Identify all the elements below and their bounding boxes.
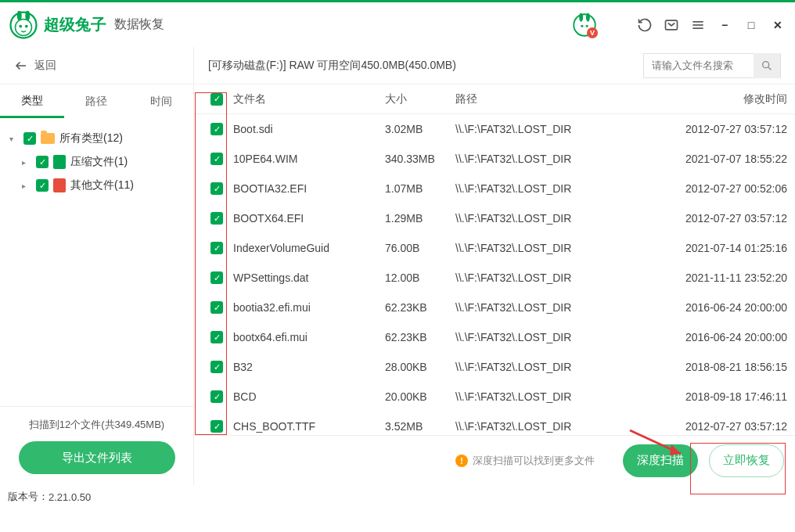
table-row[interactable]: ✓10PE64.WIM340.33MB\\.\F:\FAT32\.LOST_DI… (194, 144, 795, 174)
cell-size: 3.52MB (385, 420, 455, 433)
cell-size: 340.33MB (385, 153, 455, 165)
cell-path: \\.\F:\FAT32\.LOST_DIR (455, 361, 662, 373)
deep-scan-button[interactable]: 深度扫描 (623, 444, 698, 477)
minimize-button[interactable]: − (717, 17, 732, 33)
svg-point-9 (581, 24, 583, 27)
table-row[interactable]: ✓bootia32.efi.mui62.23KB\\.\F:\FAT32\.LO… (194, 293, 795, 322)
cell-path: \\.\F:\FAT32\.LOST_DIR (455, 123, 662, 135)
table-row[interactable]: ✓IndexerVolumeGuid76.00B\\.\F:\FAT32\.LO… (194, 233, 795, 263)
row-checkbox[interactable]: ✓ (210, 153, 223, 165)
table-header: ✓ 文件名 大小 路径 修改时间 (194, 84, 795, 114)
title-bar: 超级兔子 数据恢复 V − □ ✕ (0, 0, 795, 47)
tree-child-other[interactable]: ▸ ✓ 其他文件(11) (6, 174, 187, 197)
arrow-left-icon (14, 59, 28, 73)
sidebar-footer: 扫描到12个文件(共349.45MB) 导出文件列表 (0, 406, 193, 485)
main-area: 返回 类型 路径 时间 ▾ ✓ 所有类型(12) ▸ ✓ 压缩文件(1) ▸ ✓ (0, 47, 795, 485)
app-logo-icon (9, 11, 38, 39)
cell-time: 2021-11-11 23:52:20 (662, 271, 787, 284)
cell-path: \\.\F:\FAT32\.LOST_DIR (455, 301, 662, 314)
row-checkbox[interactable]: ✓ (210, 271, 223, 284)
brand: 超级兔子 数据恢复 (9, 11, 164, 39)
hint-text: 深度扫描可以找到更多文件 (473, 454, 595, 468)
table-row[interactable]: ✓BOOTIA32.EFI1.07MB\\.\F:\FAT32\.LOST_DI… (194, 174, 795, 203)
table-row[interactable]: ✓BCD20.00KB\\.\F:\FAT32\.LOST_DIR2018-09… (194, 382, 795, 412)
tab-type[interactable]: 类型 (0, 86, 64, 118)
cell-time: 2021-07-07 18:55:22 (662, 153, 787, 165)
expand-icon[interactable]: ▸ (22, 182, 31, 190)
cell-name: BOOTIA32.EFI (233, 182, 385, 195)
search-input[interactable] (644, 59, 754, 71)
table-row[interactable]: ✓bootx64.efi.mui62.23KB\\.\F:\FAT32\.LOS… (194, 322, 795, 352)
cell-path: \\.\F:\FAT32\.LOST_DIR (455, 390, 662, 403)
cell-time: 2016-06-24 20:00:00 (662, 301, 787, 314)
cell-path: \\.\F:\FAT32\.LOST_DIR (455, 153, 662, 165)
checkbox-icon[interactable]: ✓ (36, 156, 49, 168)
cell-time: 2012-07-27 03:57:12 (662, 123, 787, 135)
col-name[interactable]: 文件名 (233, 92, 385, 106)
content-header: [可移动磁盘(F:)] RAW 可用空间450.0MB(450.0MB) (194, 47, 795, 84)
cell-name: IndexerVolumeGuid (233, 242, 385, 254)
close-button[interactable]: ✕ (770, 17, 786, 33)
cell-time: 2012-07-27 00:52:06 (662, 182, 787, 195)
row-checkbox[interactable]: ✓ (210, 242, 223, 254)
checkbox-icon[interactable]: ✓ (23, 132, 36, 145)
svg-line-17 (768, 67, 771, 70)
cell-size: 12.00B (385, 271, 455, 284)
archive-file-icon (53, 155, 66, 169)
select-all-checkbox[interactable]: ✓ (210, 93, 223, 106)
refresh-icon[interactable] (637, 17, 653, 33)
tree-child-archive[interactable]: ▸ ✓ 压缩文件(1) (6, 150, 187, 174)
search-button[interactable] (754, 53, 780, 78)
col-time[interactable]: 修改时间 (662, 92, 787, 106)
collapse-icon[interactable]: ▾ (9, 135, 19, 143)
recover-button[interactable]: 立即恢复 (709, 444, 784, 477)
cell-name: 10PE64.WIM (233, 153, 385, 165)
tree-root-label: 所有类型(12) (59, 131, 123, 146)
checkbox-icon[interactable]: ✓ (36, 179, 49, 192)
folder-icon (41, 133, 55, 144)
export-list-button[interactable]: 导出文件列表 (19, 441, 175, 474)
col-size[interactable]: 大小 (385, 92, 455, 106)
svg-point-10 (586, 24, 588, 27)
row-checkbox[interactable]: ✓ (210, 123, 223, 135)
version-label: 版本号： (8, 490, 49, 504)
row-checkbox[interactable]: ✓ (210, 361, 223, 373)
table-row[interactable]: ✓WPSettings.dat12.00B\\.\F:\FAT32\.LOST_… (194, 263, 795, 293)
cell-size: 76.00B (385, 242, 455, 254)
table-row[interactable]: ✓CHS_BOOT.TTF3.52MB\\.\F:\FAT32\.LOST_DI… (194, 412, 795, 435)
expand-icon[interactable]: ▸ (22, 158, 31, 167)
row-checkbox[interactable]: ✓ (210, 420, 223, 433)
tab-time[interactable]: 时间 (129, 87, 193, 117)
row-checkbox[interactable]: ✓ (210, 390, 223, 403)
tree-root[interactable]: ▾ ✓ 所有类型(12) (6, 127, 187, 150)
table-row[interactable]: ✓BOOTX64.EFI1.29MB\\.\F:\FAT32\.LOST_DIR… (194, 203, 795, 233)
row-checkbox[interactable]: ✓ (210, 182, 223, 195)
maximize-button[interactable]: □ (743, 17, 759, 33)
deep-scan-hint: ! 深度扫描可以找到更多文件 (455, 454, 595, 468)
row-checkbox[interactable]: ✓ (210, 331, 223, 343)
cell-size: 62.23KB (385, 301, 455, 314)
cell-size: 3.02MB (385, 123, 455, 135)
table-row[interactable]: ✓Boot.sdi3.02MB\\.\F:\FAT32\.LOST_DIR201… (194, 114, 795, 144)
cell-size: 62.23KB (385, 331, 455, 343)
menu-icon[interactable] (690, 17, 706, 33)
tab-path[interactable]: 路径 (64, 87, 128, 117)
version-number: 2.21.0.50 (49, 491, 91, 503)
cell-size: 1.29MB (385, 212, 455, 225)
row-checkbox[interactable]: ✓ (210, 212, 223, 225)
bottom-bar: ! 深度扫描可以找到更多文件 深度扫描 立即恢复 (194, 435, 795, 485)
col-path[interactable]: 路径 (455, 92, 662, 106)
table-row[interactable]: ✓B3228.00KB\\.\F:\FAT32\.LOST_DIR2018-08… (194, 352, 795, 382)
file-table: ✓ 文件名 大小 路径 修改时间 ✓Boot.sdi3.02MB\\.\F:\F… (194, 84, 795, 435)
cell-name: B32 (233, 361, 385, 373)
sidebar-tabs: 类型 路径 时间 (0, 84, 193, 119)
cell-path: \\.\F:\FAT32\.LOST_DIR (455, 212, 662, 225)
cell-time: 2021-07-14 01:25:16 (662, 242, 787, 254)
feedback-icon[interactable] (664, 17, 679, 33)
row-checkbox[interactable]: ✓ (210, 301, 223, 314)
info-icon: ! (455, 455, 468, 467)
back-label: 返回 (34, 59, 56, 73)
account-avatar-icon[interactable]: V (573, 13, 596, 37)
cell-time: 2012-07-27 03:57:12 (662, 212, 787, 225)
back-button[interactable]: 返回 (0, 47, 193, 84)
